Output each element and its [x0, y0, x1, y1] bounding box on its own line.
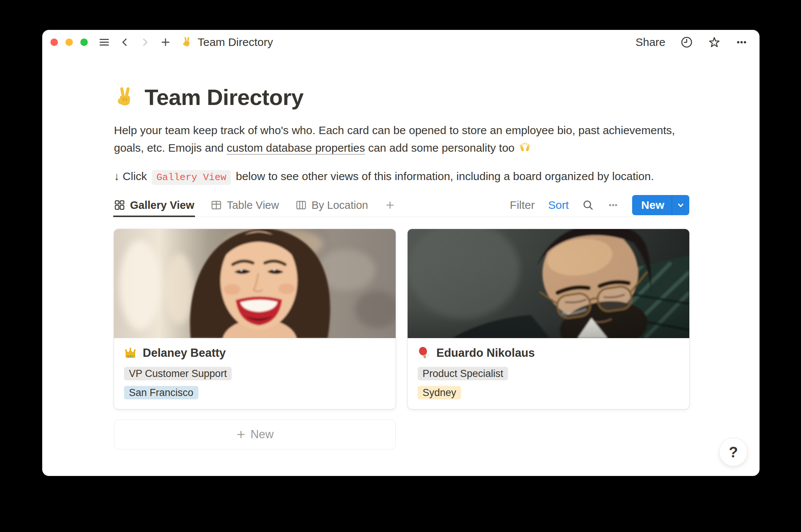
- add-view-button[interactable]: [384, 194, 396, 217]
- more-options-button[interactable]: [736, 37, 748, 48]
- zoom-button[interactable]: [80, 38, 88, 46]
- raising-hands-icon: [519, 142, 531, 154]
- close-button[interactable]: [50, 38, 58, 46]
- filter-button[interactable]: Filter: [510, 199, 535, 211]
- chevron-down-icon: [677, 201, 685, 209]
- gallery-icon: [114, 200, 125, 211]
- card-title: Delaney Beatty: [143, 346, 226, 360]
- card-body: Eduardo Nikolaus Product Specialist Sydn…: [408, 338, 689, 408]
- tab-by-location[interactable]: By Location: [296, 194, 368, 217]
- card-delaney-beatty[interactable]: Delaney Beatty VP Customer Support San F…: [114, 229, 396, 409]
- ellipsis-icon: [607, 200, 619, 211]
- callout-line: ↓ Click Gallery View below to see other …: [114, 170, 689, 183]
- search-icon: [582, 199, 594, 211]
- tab-gallery-view[interactable]: Gallery View: [114, 194, 194, 217]
- gallery-grid: Delaney Beatty VP Customer Support San F…: [114, 229, 689, 409]
- description-line-2: goals, etc. Emojis and: [114, 142, 227, 154]
- inline-code-chip: Gallery View: [152, 170, 231, 185]
- role-tag: Product Specialist: [418, 367, 508, 380]
- help-button[interactable]: ?: [719, 438, 748, 466]
- card-cover-photo: [408, 229, 689, 338]
- location-tag: San Francisco: [124, 386, 198, 399]
- tab-label: By Location: [312, 199, 368, 211]
- callout-pre-text: Click: [120, 170, 150, 182]
- card-cover-photo: [114, 229, 396, 338]
- ellipsis-icon: [736, 37, 748, 48]
- card-body: Delaney Beatty VP Customer Support San F…: [114, 338, 396, 408]
- tab-label: Table View: [227, 199, 279, 211]
- description-line-1: Help your team keep track of who's who. …: [114, 124, 675, 136]
- minimize-button[interactable]: [65, 38, 73, 46]
- sort-button[interactable]: Sort: [548, 199, 569, 211]
- traffic-lights: [50, 38, 88, 46]
- sidebar-toggle-button[interactable]: [99, 38, 109, 47]
- down-arrow-glyph: ↓: [114, 170, 120, 182]
- search-button[interactable]: [582, 199, 594, 211]
- tab-table-view[interactable]: Table View: [211, 194, 279, 217]
- location-tag: Sydney: [418, 386, 461, 399]
- custom-properties-link[interactable]: custom database properties: [227, 142, 365, 154]
- new-record-button[interactable]: New: [632, 195, 672, 215]
- view-options-button[interactable]: [607, 200, 619, 211]
- new-dropdown-button[interactable]: [672, 195, 689, 215]
- plus-icon: [384, 200, 396, 211]
- tab-label: Gallery View: [130, 199, 194, 211]
- page-description: Help your team keep track of who's who. …: [114, 121, 689, 157]
- help-label: ?: [729, 444, 738, 461]
- favorite-button[interactable]: [708, 36, 721, 49]
- new-card-label: New: [250, 428, 273, 441]
- card-title: Eduardo Nikolaus: [436, 346, 535, 360]
- view-tab-bar: Gallery View Table View By Location Filt…: [114, 194, 689, 217]
- callout-post-text: below to see other views of this informa…: [233, 170, 654, 182]
- board-icon: [296, 200, 307, 211]
- hamburger-icon: [99, 38, 109, 47]
- star-icon: [708, 36, 721, 49]
- new-card-button[interactable]: New: [114, 420, 396, 449]
- app-window: Team Directory Share: [42, 30, 760, 476]
- new-button-group: New: [632, 195, 689, 215]
- description-line-2-tail: can add some personality too: [365, 142, 518, 154]
- card-eduardo-nikolaus[interactable]: Eduardo Nikolaus Product Specialist Sydn…: [408, 229, 689, 409]
- role-tag: VP Customer Support: [124, 367, 232, 380]
- page-title: Team Directory: [145, 84, 303, 110]
- table-icon: [211, 200, 222, 211]
- page-icon[interactable]: [114, 87, 136, 108]
- plus-icon: [236, 429, 246, 440]
- page-content: Team Directory Help your team keep track…: [114, 30, 689, 449]
- victory-hand-icon: [114, 87, 136, 108]
- ping-pong-icon: [418, 347, 430, 359]
- crown-icon: [124, 347, 137, 359]
